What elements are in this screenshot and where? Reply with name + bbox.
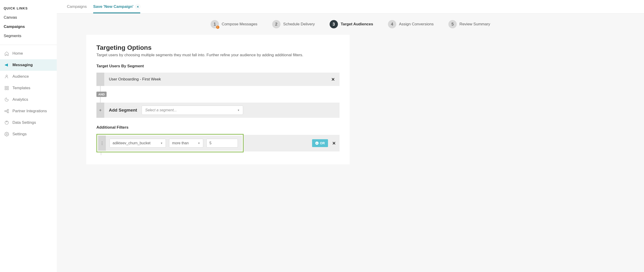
nav-home[interactable]: Home bbox=[0, 48, 57, 59]
audience-icon bbox=[4, 74, 9, 79]
nav-label: Messaging bbox=[12, 63, 33, 67]
nav-label: Analytics bbox=[12, 97, 28, 102]
step-number: 2 bbox=[272, 20, 280, 28]
tab-label: Save 'New Campaign' bbox=[93, 4, 133, 9]
step-review-summary[interactable]: 5 Review Summary bbox=[448, 20, 490, 28]
targeting-card: Targeting Options Target users by choosi… bbox=[86, 35, 350, 164]
plus-circle-icon: + bbox=[315, 142, 318, 145]
svg-rect-6 bbox=[8, 109, 8, 111]
close-icon[interactable]: ✕ bbox=[135, 4, 140, 9]
nav-label: Partner Integrations bbox=[12, 109, 47, 113]
nav-label: Data Settings bbox=[12, 120, 36, 125]
chevron-down-icon: ▼ bbox=[237, 109, 240, 112]
segment-row: User Onboarding - First Week ✕ bbox=[96, 73, 340, 86]
or-label: OR bbox=[320, 141, 325, 145]
filter-body: adikteev_churn_bucket ▼ more than ▼ bbox=[106, 136, 242, 151]
step-assign-conversions[interactable]: 4 Assign Conversions bbox=[388, 20, 434, 28]
main-content: Campaigns Save 'New Campaign' ✕ 1 ! Comp… bbox=[57, 0, 644, 272]
nav-label: Home bbox=[12, 51, 23, 56]
quick-link-campaigns[interactable]: Campaigns bbox=[0, 22, 57, 31]
step-compose-messages[interactable]: 1 ! Compose Messages bbox=[210, 20, 258, 28]
add-segment-label: Add Segment bbox=[109, 108, 137, 113]
home-icon bbox=[4, 51, 9, 56]
svg-rect-7 bbox=[8, 112, 8, 113]
section-label-filters: Additional Filters bbox=[96, 125, 340, 130]
connector-stub bbox=[101, 152, 101, 155]
tab-new-campaign[interactable]: Save 'New Campaign' ✕ bbox=[93, 0, 140, 13]
segment-handle[interactable] bbox=[96, 73, 104, 86]
step-label: Target Audiences bbox=[341, 22, 373, 26]
svg-rect-4 bbox=[7, 88, 8, 90]
filter-operator-select[interactable]: more than ▼ bbox=[169, 139, 203, 148]
sidebar: QUICK LINKS Canvas Campaigns Segments Ho… bbox=[0, 0, 57, 272]
analytics-icon bbox=[4, 97, 9, 102]
segment-select[interactable]: Select a segment... ▼ bbox=[142, 106, 243, 115]
filter-trailing: + OR ✕ bbox=[244, 135, 340, 151]
drag-dots-icon bbox=[102, 142, 102, 145]
add-segment-body: Add Segment Select a segment... ▼ bbox=[104, 103, 340, 118]
nav-label: Templates bbox=[12, 86, 30, 90]
svg-rect-5 bbox=[5, 111, 6, 112]
section-label-segments: Target Users By Segment bbox=[96, 64, 340, 68]
nav-audience[interactable]: Audience bbox=[0, 71, 57, 82]
nav-settings[interactable]: Settings bbox=[0, 128, 57, 140]
stepper: 1 ! Compose Messages 2 Schedule Delivery… bbox=[57, 13, 644, 35]
and-badge: AND bbox=[96, 92, 106, 97]
remove-filter-icon[interactable]: ✕ bbox=[332, 141, 336, 146]
add-or-button[interactable]: + OR bbox=[312, 139, 328, 147]
step-target-audiences[interactable]: 3 Target Audiences bbox=[330, 20, 373, 28]
filter-operator-value: more than bbox=[172, 141, 189, 145]
page-subtitle: Target users by choosing multiple segmen… bbox=[96, 53, 340, 57]
nav-messaging[interactable]: Messaging bbox=[0, 59, 57, 71]
segment-body: User Onboarding - First Week ✕ bbox=[104, 73, 340, 86]
filter-row: adikteev_churn_bucket ▼ more than ▼ + OR bbox=[96, 134, 340, 152]
page-title: Targeting Options bbox=[96, 44, 340, 51]
filter-attribute-select[interactable]: adikteev_churn_bucket ▼ bbox=[110, 139, 166, 148]
remove-segment-icon[interactable]: ✕ bbox=[331, 77, 335, 82]
step-label: Assign Conversions bbox=[399, 22, 434, 26]
svg-point-9 bbox=[6, 134, 8, 135]
data-settings-icon bbox=[4, 120, 9, 125]
step-label: Schedule Delivery bbox=[283, 22, 315, 26]
step-number: 1 ! bbox=[210, 20, 219, 28]
quick-link-segments[interactable]: Segments bbox=[0, 31, 57, 40]
add-segment-handle[interactable]: + bbox=[96, 103, 104, 118]
filter-block-highlighted: adikteev_churn_bucket ▼ more than ▼ bbox=[96, 134, 244, 152]
step-number: 4 bbox=[388, 20, 396, 28]
filter-value-input[interactable] bbox=[206, 139, 238, 148]
add-segment-row: + Add Segment Select a segment... ▼ bbox=[96, 103, 340, 118]
plus-icon: + bbox=[99, 108, 102, 113]
step-label: Review Summary bbox=[460, 22, 490, 26]
quick-link-canvas[interactable]: Canvas bbox=[0, 13, 57, 22]
megaphone-icon bbox=[4, 62, 9, 67]
svg-rect-1 bbox=[5, 86, 6, 88]
chevron-down-icon: ▼ bbox=[160, 142, 163, 145]
nav-templates[interactable]: Templates bbox=[0, 82, 57, 94]
settings-icon bbox=[4, 132, 9, 137]
nav-label: Settings bbox=[12, 132, 26, 136]
step-schedule-delivery[interactable]: 2 Schedule Delivery bbox=[272, 20, 315, 28]
chevron-down-icon: ▼ bbox=[198, 142, 200, 145]
nav-analytics[interactable]: Analytics bbox=[0, 94, 57, 105]
nav-label: Audience bbox=[12, 74, 29, 79]
integrations-icon bbox=[4, 109, 9, 114]
quick-links-header: QUICK LINKS bbox=[0, 0, 57, 13]
tab-label: Campaigns bbox=[67, 4, 87, 9]
tab-bar: Campaigns Save 'New Campaign' ✕ bbox=[57, 0, 644, 13]
nav-partner-integrations[interactable]: Partner Integrations bbox=[0, 105, 57, 117]
filter-attribute-value: adikteev_churn_bucket bbox=[112, 141, 150, 145]
connector: AND bbox=[96, 86, 340, 103]
tab-campaigns[interactable]: Campaigns bbox=[67, 0, 87, 13]
nav-data-settings[interactable]: Data Settings bbox=[0, 117, 57, 128]
svg-rect-2 bbox=[7, 86, 8, 88]
segment-select-placeholder: Select a segment... bbox=[145, 108, 177, 112]
step-number: 3 bbox=[330, 20, 338, 28]
alert-icon: ! bbox=[216, 25, 219, 29]
segment-name: User Onboarding - First Week bbox=[109, 77, 326, 82]
svg-point-0 bbox=[6, 75, 8, 76]
templates-icon bbox=[4, 85, 9, 91]
step-number: 5 bbox=[448, 20, 457, 28]
step-label: Compose Messages bbox=[222, 22, 258, 26]
filter-drag-handle[interactable] bbox=[98, 136, 106, 151]
sidebar-divider bbox=[0, 45, 57, 45]
